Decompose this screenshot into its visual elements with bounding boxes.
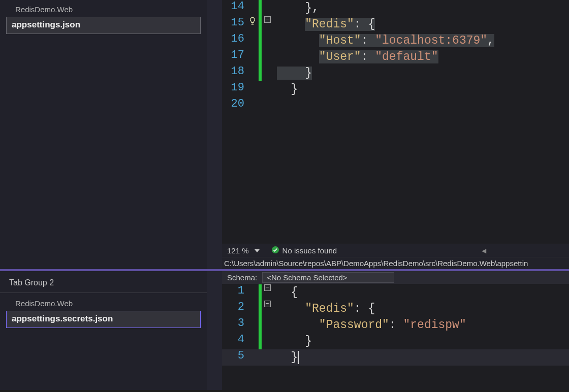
- issues-indicator[interactable]: No issues found: [266, 246, 337, 255]
- fold-toggle[interactable]: −: [262, 16, 273, 23]
- line-number: 14: [222, 0, 246, 13]
- code-line[interactable]: 15 − "Redis": {: [222, 16, 569, 32]
- scroll-left-icon[interactable]: ◄: [480, 246, 569, 255]
- sidebar-bottom: Tab Group 2 RedisDemo.Web appsettings.se…: [0, 271, 207, 390]
- code-text: "Redis": {: [273, 16, 375, 32]
- change-marker: [259, 317, 262, 333]
- file-tab-appsettings[interactable]: appsettings.json: [6, 17, 201, 34]
- code-line[interactable]: 4 }: [222, 333, 569, 349]
- project-crumb-top[interactable]: RedisDemo.Web: [6, 3, 201, 17]
- zoom-dropdown-icon[interactable]: [253, 247, 261, 255]
- line-number: 1: [222, 284, 246, 297]
- fold-toggle[interactable]: −: [262, 301, 273, 307]
- schema-bar: Schema: <No Schema Selected>: [222, 271, 569, 284]
- editor-top: 14 }, 15 − "Redis": { 16: [207, 0, 569, 269]
- issues-text: No issues found: [282, 246, 337, 255]
- change-marker: [259, 333, 262, 349]
- code-text: }: [273, 349, 299, 366]
- line-number: 5: [222, 349, 246, 362]
- code-text: "Redis": {: [273, 301, 375, 317]
- lightbulb-icon[interactable]: [246, 16, 259, 25]
- code-text: "Host": "localhost:6379",: [273, 32, 494, 49]
- editor-top-code[interactable]: 14 }, 15 − "Redis": { 16: [222, 0, 569, 244]
- code-line[interactable]: 5 }: [222, 349, 569, 366]
- change-marker: [259, 349, 262, 366]
- sidebar-top: RedisDemo.Web appsettings.json: [0, 0, 207, 269]
- zoom-level[interactable]: 121 %: [222, 246, 252, 255]
- change-marker: [259, 81, 262, 97]
- line-number: 2: [222, 301, 246, 313]
- project-crumb-bottom[interactable]: RedisDemo.Web: [6, 297, 201, 311]
- line-number: 20: [222, 97, 246, 110]
- code-line[interactable]: 19 }: [222, 81, 569, 97]
- code-text: },: [273, 0, 319, 16]
- code-line[interactable]: 16 "Host": "localhost:6379",: [222, 32, 569, 49]
- schema-label: Schema:: [222, 273, 262, 282]
- code-text: "User": "default": [273, 49, 438, 65]
- fold-toggle[interactable]: −: [262, 284, 273, 291]
- line-number: 19: [222, 81, 246, 94]
- editor-top-status: 121 % No issues found ◄: [222, 244, 569, 257]
- change-marker: [259, 0, 262, 16]
- code-text: }: [273, 333, 312, 349]
- change-marker: [259, 65, 262, 81]
- schema-dropdown[interactable]: <No Schema Selected>: [262, 272, 394, 283]
- line-number: 16: [222, 32, 246, 45]
- code-line[interactable]: 14 },: [222, 0, 569, 16]
- code-text: {: [273, 284, 298, 301]
- code-text: }: [273, 81, 298, 97]
- line-number: 15: [222, 16, 246, 29]
- code-line[interactable]: 20: [222, 97, 569, 114]
- check-circle-icon: [271, 246, 279, 255]
- bottom-pane: Tab Group 2 RedisDemo.Web appsettings.se…: [0, 271, 569, 390]
- code-line[interactable]: 17 "User": "default": [222, 49, 569, 65]
- line-number: 3: [222, 317, 246, 330]
- line-number: 18: [222, 65, 246, 78]
- top-pane: RedisDemo.Web appsettings.json 14 }, 15: [0, 0, 569, 271]
- code-line[interactable]: 18 }: [222, 65, 569, 81]
- file-path: C:\Users\admin\Source\repos\ABP\DemoApps…: [222, 257, 569, 269]
- code-line[interactable]: 3 "Password": "redispw": [222, 317, 569, 333]
- file-tab-appsettings-secrets[interactable]: appsettings.secrets.json: [6, 311, 201, 328]
- change-marker: [259, 49, 262, 65]
- change-marker: [259, 97, 262, 114]
- tab-group-header[interactable]: Tab Group 2: [0, 274, 207, 293]
- editor-bottom: Schema: <No Schema Selected> 1 − { 2 −: [207, 271, 569, 390]
- code-text: "Password": "redispw": [273, 317, 466, 333]
- line-number: 17: [222, 49, 246, 61]
- code-line[interactable]: 2 − "Redis": {: [222, 301, 569, 317]
- code-text: }: [273, 65, 312, 81]
- editor-bottom-code[interactable]: 1 − { 2 − "Redis": { 3: [222, 284, 569, 390]
- code-line[interactable]: 1 − {: [222, 284, 569, 301]
- line-number: 4: [222, 333, 246, 346]
- change-marker: [259, 32, 262, 49]
